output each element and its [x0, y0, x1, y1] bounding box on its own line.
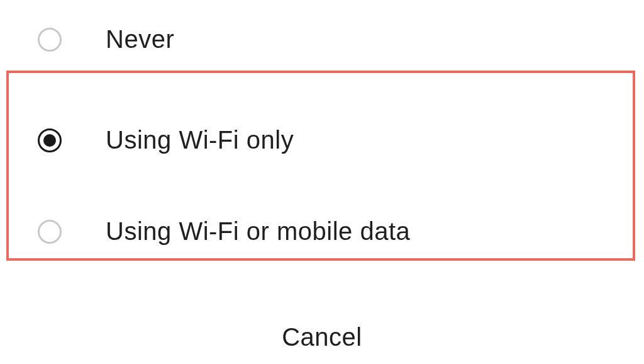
cancel-area: Cancel	[0, 323, 644, 364]
option-wifi-or-mobile[interactable]: Using Wi-Fi or mobile data	[0, 198, 644, 264]
option-never-label: Never	[106, 25, 174, 54]
option-wifi-only[interactable]: Using Wi-Fi only	[0, 107, 644, 173]
option-wifi-only-label: Using Wi-Fi only	[106, 126, 294, 154]
option-wifi-or-mobile-label: Using Wi-Fi or mobile data	[106, 217, 410, 246]
radio-never-icon	[38, 28, 62, 52]
cancel-button[interactable]: Cancel	[282, 323, 362, 351]
radio-wifi-only-icon	[38, 128, 62, 152]
radio-wifi-or-mobile-icon	[38, 220, 62, 244]
option-never[interactable]: Never	[0, 6, 644, 72]
